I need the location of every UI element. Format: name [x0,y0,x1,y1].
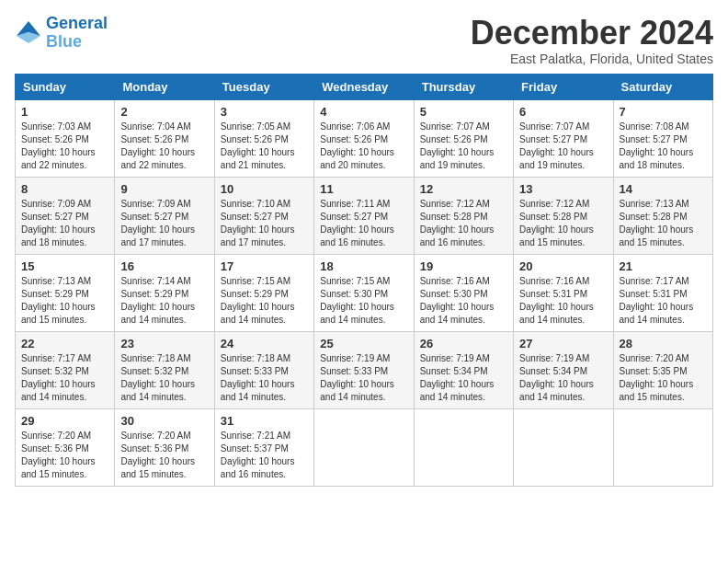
day-info: Sunrise: 7:06 AM Sunset: 5:26 PM Dayligh… [320,121,407,172]
day-number: 21 [620,259,707,273]
calendar-day-cell: 28Sunrise: 7:20 AM Sunset: 5:35 PM Dayli… [613,331,712,408]
day-number: 6 [519,105,607,119]
calendar-day-cell: 8Sunrise: 7:09 AM Sunset: 5:27 PM Daylig… [16,177,115,254]
day-number: 7 [620,105,707,119]
day-info: Sunrise: 7:15 AM Sunset: 5:29 PM Dayligh… [221,275,308,327]
calendar-day-cell: 14Sunrise: 7:13 AM Sunset: 5:28 PM Dayli… [613,177,712,254]
day-info: Sunrise: 7:13 AM Sunset: 5:28 PM Dayligh… [620,198,707,249]
calendar-day-cell: 18Sunrise: 7:15 AM Sunset: 5:30 PM Dayli… [314,254,414,331]
calendar-week-row: 8Sunrise: 7:09 AM Sunset: 5:27 PM Daylig… [16,177,713,254]
calendar-day-cell: 26Sunrise: 7:19 AM Sunset: 5:34 PM Dayli… [414,331,513,408]
calendar-day-cell [514,408,613,486]
day-number: 24 [221,337,308,350]
calendar-title: December 2024 [471,15,713,52]
day-number: 12 [420,182,507,196]
calendar-day-cell: 24Sunrise: 7:18 AM Sunset: 5:33 PM Dayli… [214,331,313,408]
day-number: 3 [221,105,308,119]
calendar-day-cell: 11Sunrise: 7:11 AM Sunset: 5:27 PM Dayli… [314,177,414,254]
day-info: Sunrise: 7:12 AM Sunset: 5:28 PM Dayligh… [420,198,507,249]
weekday-header-cell: Saturday [613,74,712,99]
day-number: 10 [221,182,308,196]
calendar-day-cell: 27Sunrise: 7:19 AM Sunset: 5:34 PM Dayli… [514,331,613,408]
weekday-header-cell: Friday [514,74,613,99]
calendar-day-cell: 4Sunrise: 7:06 AM Sunset: 5:26 PM Daylig… [314,99,414,177]
day-number: 27 [519,337,607,350]
day-info: Sunrise: 7:05 AM Sunset: 5:26 PM Dayligh… [221,121,308,172]
calendar-day-cell: 16Sunrise: 7:14 AM Sunset: 5:29 PM Dayli… [115,254,214,331]
day-info: Sunrise: 7:16 AM Sunset: 5:31 PM Dayligh… [519,275,607,327]
day-number: 23 [120,337,208,350]
calendar-day-cell: 10Sunrise: 7:10 AM Sunset: 5:27 PM Dayli… [214,177,313,254]
calendar-week-row: 29Sunrise: 7:20 AM Sunset: 5:36 PM Dayli… [16,408,713,486]
day-info: Sunrise: 7:17 AM Sunset: 5:31 PM Dayligh… [620,275,707,327]
day-number: 29 [21,414,108,428]
calendar-day-cell: 2Sunrise: 7:04 AM Sunset: 5:26 PM Daylig… [115,99,214,177]
day-info: Sunrise: 7:13 AM Sunset: 5:29 PM Dayligh… [21,275,108,327]
calendar-day-cell: 15Sunrise: 7:13 AM Sunset: 5:29 PM Dayli… [16,254,115,331]
calendar-week-row: 22Sunrise: 7:17 AM Sunset: 5:32 PM Dayli… [16,331,713,408]
day-info: Sunrise: 7:04 AM Sunset: 5:26 PM Dayligh… [120,121,208,172]
calendar-week-row: 15Sunrise: 7:13 AM Sunset: 5:29 PM Dayli… [16,254,713,331]
day-number: 30 [120,414,208,428]
calendar-day-cell: 19Sunrise: 7:16 AM Sunset: 5:30 PM Dayli… [414,254,513,331]
calendar-table: SundayMondayTuesdayWednesdayThursdayFrid… [15,74,713,487]
day-info: Sunrise: 7:21 AM Sunset: 5:37 PM Dayligh… [221,430,308,481]
weekday-header-cell: Monday [115,74,214,99]
calendar-day-cell: 31Sunrise: 7:21 AM Sunset: 5:37 PM Dayli… [214,408,313,486]
day-number: 20 [519,259,607,273]
day-number: 2 [120,105,208,119]
day-number: 15 [21,259,108,273]
weekday-header-cell: Thursday [414,74,513,99]
calendar-day-cell: 20Sunrise: 7:16 AM Sunset: 5:31 PM Dayli… [514,254,613,331]
logo-text: General Blue [46,15,108,52]
calendar-day-cell [613,408,712,486]
day-number: 22 [21,337,108,350]
day-info: Sunrise: 7:18 AM Sunset: 5:32 PM Dayligh… [120,352,208,404]
day-info: Sunrise: 7:16 AM Sunset: 5:30 PM Dayligh… [420,275,507,327]
day-number: 11 [320,182,407,196]
day-number: 9 [120,182,208,196]
day-number: 13 [519,182,607,196]
day-number: 8 [21,182,108,196]
day-number: 26 [420,337,507,350]
calendar-week-row: 1Sunrise: 7:03 AM Sunset: 5:26 PM Daylig… [16,99,713,177]
day-info: Sunrise: 7:17 AM Sunset: 5:32 PM Dayligh… [21,352,108,404]
day-info: Sunrise: 7:08 AM Sunset: 5:27 PM Dayligh… [620,121,707,172]
calendar-day-cell: 25Sunrise: 7:19 AM Sunset: 5:33 PM Dayli… [314,331,414,408]
day-info: Sunrise: 7:15 AM Sunset: 5:30 PM Dayligh… [320,275,407,327]
day-number: 1 [21,105,108,119]
day-info: Sunrise: 7:18 AM Sunset: 5:33 PM Dayligh… [221,352,308,404]
page-header: General Blue December 2024 East Palatka,… [15,15,713,66]
calendar-day-cell: 23Sunrise: 7:18 AM Sunset: 5:32 PM Dayli… [115,331,214,408]
day-info: Sunrise: 7:14 AM Sunset: 5:29 PM Dayligh… [120,275,208,327]
calendar-day-cell: 30Sunrise: 7:20 AM Sunset: 5:36 PM Dayli… [115,408,214,486]
day-info: Sunrise: 7:20 AM Sunset: 5:36 PM Dayligh… [120,430,208,481]
day-number: 28 [620,337,707,350]
calendar-subtitle: East Palatka, Florida, United States [471,52,713,66]
calendar-day-cell: 1Sunrise: 7:03 AM Sunset: 5:26 PM Daylig… [16,99,115,177]
calendar-day-cell: 3Sunrise: 7:05 AM Sunset: 5:26 PM Daylig… [214,99,313,177]
calendar-day-cell: 21Sunrise: 7:17 AM Sunset: 5:31 PM Dayli… [613,254,712,331]
logo-icon [15,19,42,47]
weekday-header-cell: Tuesday [214,74,313,99]
day-info: Sunrise: 7:20 AM Sunset: 5:35 PM Dayligh… [620,352,707,404]
calendar-day-cell: 5Sunrise: 7:07 AM Sunset: 5:26 PM Daylig… [414,99,513,177]
day-number: 17 [221,259,308,273]
calendar-day-cell: 6Sunrise: 7:07 AM Sunset: 5:27 PM Daylig… [514,99,613,177]
day-info: Sunrise: 7:07 AM Sunset: 5:26 PM Dayligh… [420,121,507,172]
day-info: Sunrise: 7:09 AM Sunset: 5:27 PM Dayligh… [21,198,108,249]
calendar-day-cell: 12Sunrise: 7:12 AM Sunset: 5:28 PM Dayli… [414,177,513,254]
weekday-header-cell: Wednesday [314,74,414,99]
calendar-day-cell: 17Sunrise: 7:15 AM Sunset: 5:29 PM Dayli… [214,254,313,331]
day-number: 14 [620,182,707,196]
day-number: 19 [420,259,507,273]
day-number: 5 [420,105,507,119]
day-number: 18 [320,259,407,273]
calendar-body: 1Sunrise: 7:03 AM Sunset: 5:26 PM Daylig… [16,99,713,486]
day-number: 25 [320,337,407,350]
calendar-day-cell [414,408,513,486]
day-number: 4 [320,105,407,119]
calendar-day-cell: 13Sunrise: 7:12 AM Sunset: 5:28 PM Dayli… [514,177,613,254]
day-info: Sunrise: 7:09 AM Sunset: 5:27 PM Dayligh… [120,198,208,249]
calendar-day-cell: 22Sunrise: 7:17 AM Sunset: 5:32 PM Dayli… [16,331,115,408]
